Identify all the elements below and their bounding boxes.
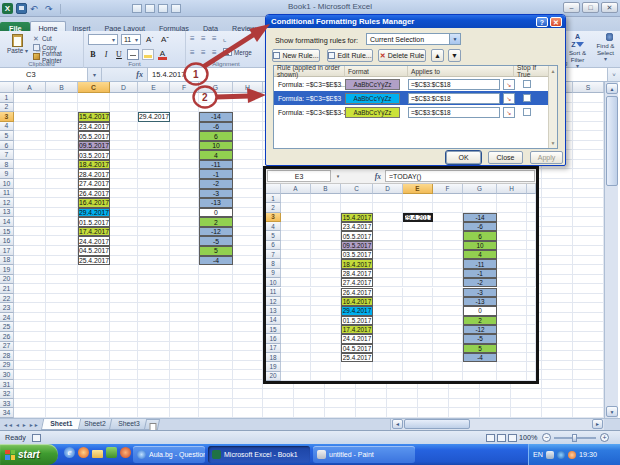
- cell-F1[interactable]: [433, 194, 463, 203]
- row-header-12[interactable]: 12: [266, 297, 281, 306]
- range-picker-icon[interactable]: ↘: [503, 79, 515, 90]
- row-header-2[interactable]: 2: [0, 103, 14, 113]
- cell-B8[interactable]: [46, 160, 78, 170]
- row-header-15[interactable]: 15: [266, 325, 281, 334]
- cell-C18[interactable]: 25.4.2017: [341, 353, 373, 362]
- cell-G15[interactable]: -12: [463, 325, 497, 334]
- move-rule-down-icon[interactable]: ▼: [448, 49, 461, 62]
- grid-cell[interactable]: [527, 353, 536, 362]
- expand-formula-bar-icon[interactable]: ˅: [607, 68, 620, 81]
- move-rule-up-icon[interactable]: ▲: [431, 49, 444, 62]
- cell-E32[interactable]: [138, 389, 170, 399]
- cell-H12[interactable]: [233, 198, 263, 208]
- cell-F2[interactable]: [170, 103, 199, 113]
- cell-C20[interactable]: [341, 372, 373, 381]
- grid-cell[interactable]: [511, 389, 542, 399]
- grid-cell[interactable]: [542, 169, 573, 179]
- grid-cell[interactable]: [325, 399, 356, 409]
- grid-cell[interactable]: [527, 297, 536, 306]
- cell-B15[interactable]: [46, 227, 78, 237]
- qat-extra-icon[interactable]: [145, 4, 155, 13]
- sheet-nav-buttons[interactable]: ◄◄◄►►►: [0, 419, 42, 430]
- cell-A33[interactable]: [14, 399, 46, 409]
- cell-B2[interactable]: [46, 103, 78, 113]
- row-header-8[interactable]: 8: [266, 259, 281, 268]
- cell-D24[interactable]: [110, 313, 138, 323]
- grid-cell[interactable]: [527, 203, 536, 212]
- dialog-help-icon[interactable]: ?: [536, 17, 548, 27]
- grid-cell[interactable]: [527, 231, 536, 240]
- row-header-23[interactable]: 23: [0, 303, 14, 313]
- cell-A12[interactable]: [14, 198, 46, 208]
- cell-A16[interactable]: [281, 334, 311, 343]
- grid-cell[interactable]: [387, 389, 418, 399]
- cell-H15[interactable]: [233, 227, 263, 237]
- cell-S18[interactable]: [573, 256, 604, 266]
- cell-S9[interactable]: [573, 169, 604, 179]
- cell-F3[interactable]: [433, 213, 463, 222]
- scroll-up-icon[interactable]: ▲: [606, 83, 618, 94]
- applies-to-input[interactable]: =$C$3:$C$18: [408, 79, 500, 90]
- cell-D8[interactable]: [110, 160, 138, 170]
- cell-F6[interactable]: [433, 241, 463, 250]
- cell-H7[interactable]: [497, 250, 527, 259]
- cell-C12[interactable]: 16.4.2017: [78, 198, 110, 208]
- range-picker-icon[interactable]: ↘: [503, 107, 515, 118]
- grid-cell[interactable]: [542, 208, 573, 218]
- cell-F15[interactable]: [433, 325, 463, 334]
- cell-B12[interactable]: [311, 297, 341, 306]
- grid-cell[interactable]: [527, 194, 536, 203]
- cell-D2[interactable]: [373, 203, 403, 212]
- cell-B14[interactable]: [46, 217, 78, 227]
- grid-cell[interactable]: [542, 265, 573, 275]
- cell-A10[interactable]: [14, 179, 46, 189]
- cell-B19[interactable]: [311, 362, 341, 371]
- cell-C5[interactable]: 05.5.2017: [78, 131, 110, 141]
- cell-H2[interactable]: [233, 103, 263, 113]
- cell-B9[interactable]: [46, 169, 78, 179]
- grid-cell[interactable]: [480, 389, 511, 399]
- row-header-10[interactable]: 10: [0, 179, 14, 189]
- cell-E12[interactable]: [403, 297, 433, 306]
- stop-if-true-checkbox[interactable]: [523, 94, 531, 102]
- cell-G2[interactable]: [463, 203, 497, 212]
- cell-G15[interactable]: -12: [199, 227, 233, 237]
- cell-G5[interactable]: 6: [463, 231, 497, 240]
- row-header-2[interactable]: 2: [266, 203, 281, 212]
- cell-C15[interactable]: 17.4.2017: [78, 227, 110, 237]
- cell-E4[interactable]: [403, 222, 433, 231]
- cell-F17[interactable]: [433, 344, 463, 353]
- cell-D14[interactable]: [373, 316, 403, 325]
- cell-D22[interactable]: [110, 294, 138, 304]
- cell-D6[interactable]: [373, 241, 403, 250]
- cell-B34[interactable]: [46, 408, 78, 418]
- grid-cell[interactable]: [387, 408, 418, 418]
- grid-cell[interactable]: [527, 372, 536, 381]
- cell-E17[interactable]: [403, 344, 433, 353]
- cell-B1[interactable]: [311, 194, 341, 203]
- dialog-close-icon[interactable]: ✕: [550, 17, 562, 27]
- cell-G20[interactable]: [199, 275, 233, 285]
- grid-cell[interactable]: [542, 389, 573, 399]
- column-header-A[interactable]: A: [14, 82, 46, 93]
- cell-C19[interactable]: [78, 265, 110, 275]
- row-header-28[interactable]: 28: [0, 351, 14, 361]
- cell-H32[interactable]: [233, 389, 263, 399]
- grid-cell[interactable]: [356, 389, 387, 399]
- cell-C17[interactable]: 04.5.2017: [78, 246, 110, 256]
- cell-S29[interactable]: [573, 361, 604, 371]
- cell-C3[interactable]: 15.4.2017: [341, 213, 373, 222]
- cell-F18[interactable]: [433, 353, 463, 362]
- cell-A4[interactable]: [281, 222, 311, 231]
- row-header-22[interactable]: 22: [0, 294, 14, 304]
- cell-H7[interactable]: [233, 150, 263, 160]
- cell-G14[interactable]: 2: [463, 316, 497, 325]
- cell-F7[interactable]: [433, 250, 463, 259]
- cell-H10[interactable]: [497, 278, 527, 287]
- row-header-4[interactable]: 4: [266, 222, 281, 231]
- cell-C9[interactable]: 28.4.2017: [341, 269, 373, 278]
- grid-cell[interactable]: [542, 399, 573, 409]
- cell-A8[interactable]: [14, 160, 46, 170]
- cell-G26[interactable]: [199, 332, 233, 342]
- grid-cell[interactable]: [527, 325, 536, 334]
